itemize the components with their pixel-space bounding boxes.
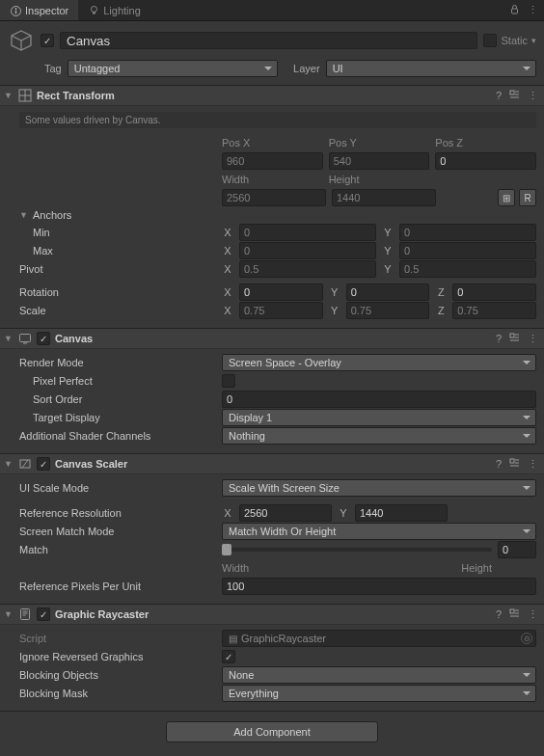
target-display-dropdown[interactable]: Display 1 — [222, 409, 536, 426]
gameobject-header: ✓ Static ▾ — [0, 21, 544, 58]
rect-transform-icon — [18, 89, 32, 102]
lock-icon[interactable] — [509, 4, 520, 16]
raw-edit-button[interactable]: R — [519, 189, 536, 206]
kebab-menu-icon[interactable]: ⋮ — [528, 4, 538, 16]
preset-icon[interactable] — [509, 90, 520, 102]
object-picker-icon[interactable]: ⊙ — [521, 633, 532, 644]
slider-thumb[interactable] — [222, 544, 231, 555]
tab-bar: Inspector Lighting ⋮ — [0, 0, 544, 21]
gameobject-name-input[interactable] — [60, 32, 477, 49]
static-dropdown-icon[interactable]: ▾ — [531, 36, 536, 45]
kebab-menu-icon[interactable]: ⋮ — [528, 90, 538, 102]
tab-lighting[interactable]: Lighting — [78, 0, 150, 20]
fold-icon[interactable]: ▼ — [4, 459, 14, 469]
canvas-body: Render Mode Screen Space - Overlay Pixel… — [0, 349, 544, 453]
layer-label: Layer — [293, 63, 320, 74]
rotation-y-input[interactable] — [346, 284, 430, 301]
blocking-mask-dropdown[interactable]: Everything — [222, 685, 536, 702]
script-object-field: ▤ GraphicRaycaster ⊙ — [222, 630, 536, 647]
canvas-scaler-title: Canvas Scaler — [55, 458, 491, 470]
shader-channels-dropdown[interactable]: Nothing — [222, 427, 536, 445]
tab-inspector-label: Inspector — [25, 5, 68, 16]
height-input[interactable] — [332, 189, 436, 206]
svg-rect-30 — [510, 609, 514, 613]
posz-input[interactable] — [435, 152, 536, 170]
render-mode-dropdown[interactable]: Screen Space - Overlay — [222, 354, 536, 371]
add-component-button[interactable]: Add Component — [166, 721, 378, 742]
ref-res-y-input[interactable] — [355, 504, 448, 522]
match-width-label: Width — [222, 562, 249, 574]
posx-input[interactable] — [222, 152, 323, 170]
tag-dropdown[interactable]: Untagged — [68, 60, 278, 77]
rect-transform-header: ▼ Rect Transform ? ⋮ — [0, 85, 544, 106]
canvas-scaler-enable-checkbox[interactable]: ✓ — [37, 457, 50, 471]
script-file-icon: ▤ — [229, 634, 237, 644]
tab-inspector[interactable]: Inspector — [0, 0, 78, 20]
posy-input[interactable] — [329, 152, 430, 170]
anchors-group[interactable]: ▼ Anchors — [19, 207, 536, 223]
scale-x-input[interactable] — [239, 302, 323, 319]
graphic-raycaster-body: Script ▤ GraphicRaycaster ⊙ Ignore Rever… — [0, 625, 544, 711]
tab-lighting-label: Lighting — [103, 5, 141, 16]
ignore-reversed-checkbox[interactable]: ✓ — [222, 650, 235, 663]
width-input[interactable] — [222, 189, 326, 206]
kebab-menu-icon[interactable]: ⋮ — [528, 333, 538, 345]
gameobject-active-checkbox[interactable]: ✓ — [41, 34, 54, 47]
anchor-max-y-input[interactable] — [399, 242, 536, 259]
screen-match-mode-label: Screen Match Mode — [19, 526, 222, 537]
canvas-enable-checkbox[interactable]: ✓ — [37, 332, 50, 345]
ui-scale-mode-dropdown[interactable]: Scale With Screen Size — [222, 479, 536, 497]
match-slider[interactable] — [222, 548, 492, 552]
layer-dropdown[interactable]: UI — [326, 60, 536, 77]
anchor-max-x-input[interactable] — [239, 242, 376, 259]
info-icon — [10, 6, 21, 16]
rect-transform-body: Some values driven by Canvas. Pos X Pos … — [0, 106, 544, 328]
kebab-menu-icon[interactable]: ⋮ — [528, 458, 538, 471]
kebab-menu-icon[interactable]: ⋮ — [528, 608, 538, 621]
help-icon[interactable]: ? — [496, 458, 502, 471]
posy-label: Pos Y — [329, 137, 430, 149]
ref-ppu-input[interactable] — [222, 578, 536, 595]
pivot-y-input[interactable] — [399, 260, 536, 278]
ref-ppu-label: Reference Pixels Per Unit — [19, 580, 222, 592]
sort-order-input[interactable] — [222, 391, 536, 408]
rotation-label: Rotation — [19, 286, 222, 298]
scale-label: Scale — [19, 305, 222, 316]
pivot-x-input[interactable] — [239, 260, 376, 278]
svg-rect-5 — [512, 9, 518, 14]
scale-y-input[interactable] — [346, 302, 430, 319]
fold-icon[interactable]: ▼ — [4, 609, 14, 619]
rotation-z-input[interactable] — [452, 284, 536, 301]
target-display-label: Target Display — [19, 412, 222, 423]
svg-point-1 — [14, 8, 16, 10]
fold-icon[interactable]: ▼ — [4, 334, 14, 343]
screen-match-mode-dropdown[interactable]: Match Width Or Height — [222, 523, 536, 540]
preset-icon[interactable] — [509, 333, 520, 345]
pixel-perfect-label: Pixel Perfect — [19, 375, 222, 387]
match-value-input[interactable] — [498, 541, 536, 558]
pixel-perfect-checkbox[interactable] — [222, 374, 235, 388]
preset-icon[interactable] — [509, 458, 520, 471]
fold-icon[interactable]: ▼ — [4, 91, 14, 100]
static-checkbox[interactable] — [483, 34, 497, 47]
anchor-min-x-input[interactable] — [239, 224, 376, 241]
preset-icon[interactable] — [509, 608, 520, 621]
blocking-objects-dropdown[interactable]: None — [222, 666, 536, 684]
blueprint-mode-button[interactable]: ⊞ — [498, 189, 515, 206]
help-icon[interactable]: ? — [496, 608, 502, 621]
graphic-raycaster-enable-checkbox[interactable]: ✓ — [37, 608, 50, 621]
rect-transform-title: Rect Transform — [37, 90, 491, 101]
static-label: Static — [501, 35, 528, 46]
posz-label: Pos Z — [435, 137, 536, 149]
canvas-icon — [18, 332, 32, 345]
scale-z-input[interactable] — [452, 302, 536, 319]
help-icon[interactable]: ? — [496, 333, 502, 345]
script-icon — [18, 608, 32, 621]
anchor-min-y-input[interactable] — [399, 224, 536, 241]
driven-note: Some values driven by Canvas. — [19, 112, 536, 128]
rotation-x-input[interactable] — [239, 284, 323, 301]
ref-res-x-input[interactable] — [239, 504, 332, 522]
gameobject-icon[interactable] — [8, 27, 35, 54]
help-icon[interactable]: ? — [496, 90, 502, 102]
reference-resolution-label: Reference Resolution — [19, 507, 222, 519]
